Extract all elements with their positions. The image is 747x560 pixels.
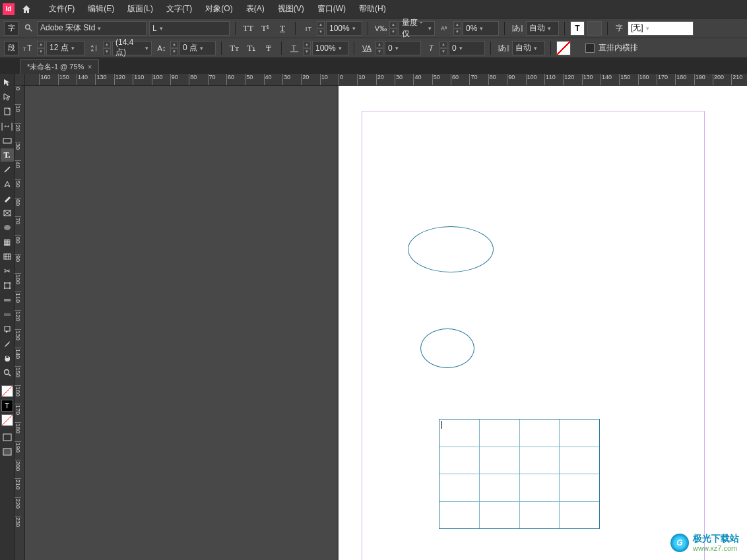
table-cell[interactable] <box>520 420 560 447</box>
table-cell[interactable] <box>560 420 599 447</box>
ellipse-shape-1[interactable] <box>408 226 494 272</box>
aki-right-value: 0 <box>452 44 457 53</box>
tatechuyoko-checkbox[interactable] <box>585 44 595 53</box>
tracking-stepper[interactable]: ▲▼ <box>170 41 178 55</box>
gradient-swatch-icon[interactable] <box>1 294 14 307</box>
menu-edit[interactable]: 编辑(E) <box>81 3 121 15</box>
menu-layout[interactable]: 版面(L) <box>121 3 160 15</box>
allcaps-icon[interactable]: TT <box>241 21 255 36</box>
vert-scale-stepper[interactable]: ▲▼ <box>317 21 325 36</box>
table-placeholder-icon[interactable]: ▦ <box>1 235 14 249</box>
menu-text[interactable]: 文字(T) <box>160 3 199 15</box>
char-style-dropdown[interactable]: [无] <box>628 21 694 36</box>
panel-char-button[interactable]: 字 <box>4 21 18 36</box>
ellipse-shape-2[interactable] <box>420 328 474 368</box>
baseline-stepper[interactable]: ▲▼ <box>453 21 461 36</box>
table-cell[interactable] <box>520 447 560 474</box>
zoom-tool-icon[interactable] <box>1 366 14 379</box>
scissors-tool-icon[interactable]: ✂ <box>1 264 14 278</box>
gap-tool-icon[interactable]: |↔| <box>1 119 14 133</box>
note-tool-icon[interactable] <box>1 323 14 336</box>
type-tool-icon[interactable]: T. <box>1 148 14 162</box>
kerning-stepper[interactable]: ▲▼ <box>389 21 397 36</box>
content-collector-icon[interactable] <box>1 134 14 147</box>
table-tool-icon[interactable] <box>1 250 14 263</box>
aki-left-stepper[interactable]: ▲▼ <box>375 41 383 55</box>
fill-swap-swatch[interactable] <box>587 21 602 36</box>
superscript-icon[interactable]: T¹ <box>258 21 273 36</box>
table-cell[interactable] <box>439 447 480 474</box>
menu-view[interactable]: 视图(V) <box>271 3 311 15</box>
font-size-input[interactable]: 12 点 <box>46 41 84 55</box>
table-cell[interactable] <box>560 474 599 501</box>
auto1-input[interactable]: 自动 <box>526 21 559 36</box>
pencil-tool-icon[interactable] <box>1 192 14 205</box>
rectangle-frame-tool-icon[interactable] <box>1 206 14 220</box>
fill-stroke-swatch[interactable] <box>1 385 13 397</box>
table-cell[interactable] <box>560 502 599 529</box>
view-mode-normal-icon[interactable] <box>1 431 14 444</box>
table-row <box>439 447 599 475</box>
home-icon[interactable] <box>20 3 33 16</box>
eyedropper-tool-icon[interactable] <box>1 337 14 350</box>
hand-tool-icon[interactable] <box>1 352 14 365</box>
strike-icon[interactable]: T <box>261 41 276 55</box>
baseline-input[interactable]: 0% <box>463 21 499 36</box>
ruler-vertical[interactable]: 0102030405060708090100110120130140150160… <box>15 86 25 560</box>
format-container-swatch[interactable]: T <box>1 400 13 412</box>
tracking2-input[interactable]: 0 点 <box>179 41 216 55</box>
ruler-horizontal[interactable]: 1601501401301201101009080706050403020100… <box>25 74 747 86</box>
table-cell[interactable] <box>520 474 560 501</box>
aki-left-input[interactable]: 0 <box>385 41 421 55</box>
vert-scale-input[interactable]: 100% <box>326 21 362 36</box>
auto2-input[interactable]: 自动 <box>512 41 545 55</box>
font-style-dropdown[interactable]: L <box>149 21 230 36</box>
menu-window[interactable]: 窗口(W) <box>311 3 352 15</box>
view-mode-preview-icon[interactable] <box>1 445 14 458</box>
page-tool-icon[interactable] <box>1 105 14 118</box>
table-cell[interactable] <box>480 474 520 501</box>
horiz-scale-stepper[interactable]: ▲▼ <box>303 41 311 55</box>
inserted-table[interactable] <box>439 419 600 529</box>
table-cell[interactable] <box>480 502 520 529</box>
aki-right-stepper[interactable]: ▲▼ <box>439 41 447 55</box>
panel-para-button[interactable]: 段 <box>4 41 18 55</box>
search-font-icon[interactable] <box>21 21 36 36</box>
aki-right-input[interactable]: 0 <box>449 41 485 55</box>
pen-tool-icon[interactable] <box>1 177 14 191</box>
selection-tool-icon[interactable] <box>1 76 14 89</box>
underline-icon[interactable]: T <box>275 21 290 36</box>
table-cell[interactable] <box>520 502 560 529</box>
table-cell[interactable] <box>439 502 480 529</box>
menu-table[interactable]: 表(A) <box>240 3 271 15</box>
fill-t-swatch[interactable]: T <box>570 21 585 36</box>
leading-input[interactable]: (14.4 点) <box>112 41 152 55</box>
menu-help[interactable]: 帮助(H) <box>352 3 393 15</box>
horiz-scale-input[interactable]: 100% <box>312 41 348 55</box>
line-tool-icon[interactable] <box>1 163 14 176</box>
smallcaps-icon[interactable]: Тт <box>227 41 242 55</box>
font-size-stepper[interactable]: ▲▼ <box>37 41 45 55</box>
table-cell[interactable] <box>439 474 480 501</box>
apply-none-swatch[interactable] <box>1 414 13 426</box>
ruler-origin[interactable] <box>15 74 25 86</box>
kerning-input[interactable]: 量度 - 仅 <box>399 21 435 36</box>
menu-object[interactable]: 对象(O) <box>199 3 239 15</box>
table-cell[interactable] <box>480 447 520 474</box>
table-cell[interactable] <box>560 447 599 474</box>
table-cell[interactable] <box>480 420 520 447</box>
font-family-dropdown[interactable]: Adobe 宋体 Std <box>37 21 146 36</box>
free-transform-icon[interactable] <box>1 279 14 292</box>
document-page[interactable] <box>339 86 747 560</box>
table-cell[interactable] <box>439 420 480 447</box>
subscript-icon[interactable]: T₁ <box>244 41 259 55</box>
ellipse-tool-icon[interactable] <box>1 221 14 234</box>
menu-file[interactable]: 文件(F) <box>42 3 81 15</box>
direct-selection-tool-icon[interactable] <box>1 90 14 104</box>
document-tab[interactable]: *未命名-1 @ 75% × <box>20 59 99 74</box>
stroke-swatch[interactable] <box>556 41 571 55</box>
leading-stepper[interactable]: ▲▼ <box>103 41 111 55</box>
close-tab-icon[interactable]: × <box>88 63 92 71</box>
canvas-area[interactable] <box>25 86 747 560</box>
gradient-feather-icon[interactable] <box>1 308 14 321</box>
